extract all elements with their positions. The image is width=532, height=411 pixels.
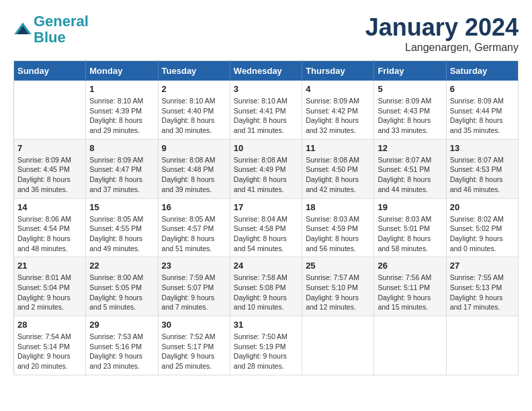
day-info: Sunrise: 8:09 AM Sunset: 4:42 PM Dayligh… xyxy=(306,96,370,136)
day-info: Sunrise: 8:00 AM Sunset: 5:05 PM Dayligh… xyxy=(89,273,154,312)
day-info: Sunrise: 8:07 AM Sunset: 4:53 PM Dayligh… xyxy=(450,155,515,195)
day-number: 9 xyxy=(162,143,226,153)
calendar-body: 1Sunrise: 8:10 AM Sunset: 4:39 PM Daylig… xyxy=(14,81,519,375)
day-number: 28 xyxy=(17,320,82,330)
day-number: 8 xyxy=(89,143,154,153)
day-number: 26 xyxy=(378,261,442,271)
calendar-header: SundayMondayTuesdayWednesdayThursdayFrid… xyxy=(14,61,519,81)
day-info: Sunrise: 7:59 AM Sunset: 5:07 PM Dayligh… xyxy=(162,273,226,312)
day-info: Sunrise: 8:02 AM Sunset: 5:02 PM Dayligh… xyxy=(450,214,515,254)
day-number: 1 xyxy=(89,84,154,94)
calendar-week-3: 14Sunrise: 8:06 AM Sunset: 4:54 PM Dayli… xyxy=(14,198,519,257)
day-number: 11 xyxy=(306,143,370,153)
weekday-header-friday: Friday xyxy=(374,61,446,81)
day-info: Sunrise: 8:10 AM Sunset: 4:39 PM Dayligh… xyxy=(89,96,154,136)
day-info: Sunrise: 7:58 AM Sunset: 5:08 PM Dayligh… xyxy=(234,273,298,312)
calendar-cell: 18Sunrise: 8:03 AM Sunset: 4:59 PM Dayli… xyxy=(302,198,374,257)
calendar-cell: 25Sunrise: 7:57 AM Sunset: 5:10 PM Dayli… xyxy=(302,257,374,316)
weekday-header-thursday: Thursday xyxy=(302,61,374,81)
day-info: Sunrise: 8:09 AM Sunset: 4:47 PM Dayligh… xyxy=(89,155,154,195)
day-number: 3 xyxy=(234,84,298,94)
calendar-cell: 12Sunrise: 8:07 AM Sunset: 4:51 PM Dayli… xyxy=(374,139,446,198)
calendar-cell: 17Sunrise: 8:04 AM Sunset: 4:58 PM Dayli… xyxy=(230,198,302,257)
calendar-cell: 21Sunrise: 8:01 AM Sunset: 5:04 PM Dayli… xyxy=(14,257,86,316)
calendar-cell: 10Sunrise: 8:08 AM Sunset: 4:49 PM Dayli… xyxy=(230,139,302,198)
weekday-header-sunday: Sunday xyxy=(14,61,86,81)
page-header: General Blue January 2024 Langenargen, G… xyxy=(13,13,519,54)
day-number: 16 xyxy=(162,202,226,212)
calendar-cell xyxy=(446,316,518,375)
calendar-cell: 27Sunrise: 7:55 AM Sunset: 5:13 PM Dayli… xyxy=(446,257,518,316)
day-info: Sunrise: 8:07 AM Sunset: 4:51 PM Dayligh… xyxy=(378,155,442,195)
calendar-cell: 5Sunrise: 8:09 AM Sunset: 4:43 PM Daylig… xyxy=(374,81,446,139)
day-number: 6 xyxy=(450,84,515,94)
day-number: 24 xyxy=(234,261,298,271)
calendar-cell: 16Sunrise: 8:05 AM Sunset: 4:57 PM Dayli… xyxy=(158,198,230,257)
calendar-cell: 30Sunrise: 7:52 AM Sunset: 5:17 PM Dayli… xyxy=(158,316,230,375)
day-number: 13 xyxy=(450,143,515,153)
day-info: Sunrise: 7:54 AM Sunset: 5:14 PM Dayligh… xyxy=(17,332,82,371)
calendar-cell: 23Sunrise: 7:59 AM Sunset: 5:07 PM Dayli… xyxy=(158,257,230,316)
day-number: 10 xyxy=(234,143,298,153)
day-info: Sunrise: 8:08 AM Sunset: 4:48 PM Dayligh… xyxy=(162,155,226,195)
day-info: Sunrise: 7:53 AM Sunset: 5:16 PM Dayligh… xyxy=(89,332,154,371)
calendar-cell: 24Sunrise: 7:58 AM Sunset: 5:08 PM Dayli… xyxy=(230,257,302,316)
calendar-table: SundayMondayTuesdayWednesdayThursdayFrid… xyxy=(13,60,519,375)
day-info: Sunrise: 8:10 AM Sunset: 4:41 PM Dayligh… xyxy=(234,96,298,136)
day-info: Sunrise: 8:09 AM Sunset: 4:44 PM Dayligh… xyxy=(450,96,515,136)
day-info: Sunrise: 8:10 AM Sunset: 4:40 PM Dayligh… xyxy=(162,96,226,136)
logo-text: General Blue xyxy=(34,13,89,46)
calendar-cell: 13Sunrise: 8:07 AM Sunset: 4:53 PM Dayli… xyxy=(446,139,518,198)
day-info: Sunrise: 7:55 AM Sunset: 5:13 PM Dayligh… xyxy=(450,273,515,312)
weekday-header-monday: Monday xyxy=(86,61,158,81)
calendar-week-1: 1Sunrise: 8:10 AM Sunset: 4:39 PM Daylig… xyxy=(14,81,519,139)
day-number: 7 xyxy=(17,143,82,153)
day-number: 14 xyxy=(17,202,82,212)
day-number: 30 xyxy=(162,320,226,330)
calendar-cell: 20Sunrise: 8:02 AM Sunset: 5:02 PM Dayli… xyxy=(446,198,518,257)
day-number: 23 xyxy=(162,261,226,271)
calendar-cell: 14Sunrise: 8:06 AM Sunset: 4:54 PM Dayli… xyxy=(14,198,86,257)
day-number: 12 xyxy=(378,143,442,153)
day-info: Sunrise: 8:01 AM Sunset: 5:04 PM Dayligh… xyxy=(17,273,82,312)
calendar-cell: 6Sunrise: 8:09 AM Sunset: 4:44 PM Daylig… xyxy=(446,81,518,139)
calendar-week-2: 7Sunrise: 8:09 AM Sunset: 4:45 PM Daylig… xyxy=(14,139,519,198)
day-number: 22 xyxy=(89,261,154,271)
day-number: 15 xyxy=(89,202,154,212)
day-number: 20 xyxy=(450,202,515,212)
day-number: 31 xyxy=(234,320,298,330)
calendar-cell xyxy=(302,316,374,375)
weekday-header-saturday: Saturday xyxy=(446,61,518,81)
day-number: 5 xyxy=(378,84,442,94)
calendar-cell xyxy=(374,316,446,375)
title-block: January 2024 Langenargen, Germany xyxy=(365,13,519,54)
month-title: January 2024 xyxy=(365,13,519,42)
calendar-cell: 8Sunrise: 8:09 AM Sunset: 4:47 PM Daylig… xyxy=(86,139,158,198)
day-info: Sunrise: 7:52 AM Sunset: 5:17 PM Dayligh… xyxy=(162,332,226,371)
calendar-cell: 28Sunrise: 7:54 AM Sunset: 5:14 PM Dayli… xyxy=(14,316,86,375)
calendar-cell: 9Sunrise: 8:08 AM Sunset: 4:48 PM Daylig… xyxy=(158,139,230,198)
calendar-cell: 29Sunrise: 7:53 AM Sunset: 5:16 PM Dayli… xyxy=(86,316,158,375)
day-number: 27 xyxy=(450,261,515,271)
day-info: Sunrise: 8:03 AM Sunset: 4:59 PM Dayligh… xyxy=(306,214,370,254)
day-info: Sunrise: 7:50 AM Sunset: 5:19 PM Dayligh… xyxy=(234,332,298,371)
calendar-cell: 1Sunrise: 8:10 AM Sunset: 4:39 PM Daylig… xyxy=(86,81,158,139)
day-number: 4 xyxy=(306,84,370,94)
location: Langenargen, Germany xyxy=(365,42,519,54)
day-info: Sunrise: 7:56 AM Sunset: 5:11 PM Dayligh… xyxy=(378,273,442,312)
day-info: Sunrise: 8:05 AM Sunset: 4:55 PM Dayligh… xyxy=(89,214,154,254)
day-info: Sunrise: 8:06 AM Sunset: 4:54 PM Dayligh… xyxy=(17,214,82,254)
calendar-cell: 11Sunrise: 8:08 AM Sunset: 4:50 PM Dayli… xyxy=(302,139,374,198)
day-info: Sunrise: 8:09 AM Sunset: 4:45 PM Dayligh… xyxy=(17,155,82,195)
calendar-cell: 31Sunrise: 7:50 AM Sunset: 5:19 PM Dayli… xyxy=(230,316,302,375)
day-number: 18 xyxy=(306,202,370,212)
day-number: 21 xyxy=(17,261,82,271)
calendar-cell: 15Sunrise: 8:05 AM Sunset: 4:55 PM Dayli… xyxy=(86,198,158,257)
day-number: 2 xyxy=(162,84,226,94)
day-number: 25 xyxy=(306,261,370,271)
calendar-cell: 26Sunrise: 7:56 AM Sunset: 5:11 PM Dayli… xyxy=(374,257,446,316)
logo: General Blue xyxy=(13,13,89,46)
day-info: Sunrise: 7:57 AM Sunset: 5:10 PM Dayligh… xyxy=(306,273,370,312)
day-number: 19 xyxy=(378,202,442,212)
calendar-week-5: 28Sunrise: 7:54 AM Sunset: 5:14 PM Dayli… xyxy=(14,316,519,375)
